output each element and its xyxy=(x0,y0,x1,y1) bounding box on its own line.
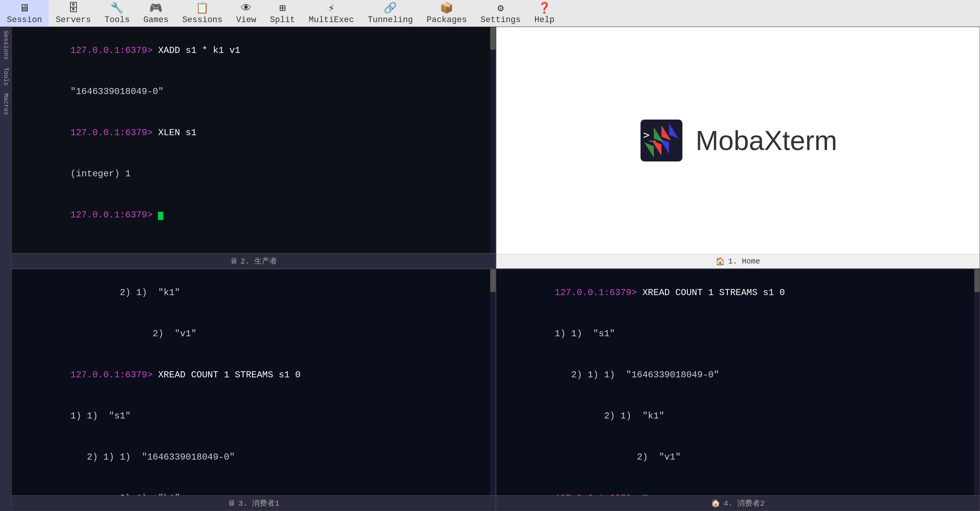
session-icon: 🖥 xyxy=(19,2,30,14)
menu-item-help[interactable]: ❓ Help xyxy=(527,0,561,26)
menu-bar: 🖥 Session 🗄 Servers 🔧 Tools 🎮 Games 📋 Se… xyxy=(0,0,980,27)
menu-label-tools: Tools xyxy=(105,15,130,25)
menu-item-multiexec[interactable]: ⚡ MultiExec xyxy=(302,0,361,26)
terminal-body-consumer2[interactable]: 127.0.0.1:6379> XREAD COUNT 1 STREAMS s1… xyxy=(496,269,980,495)
menu-label-games: Games xyxy=(143,15,169,25)
mobaxterm-logo-icon: >_ xyxy=(639,118,684,163)
panel1-footer-icon: 🖥 xyxy=(230,257,237,266)
multiexec-icon: ⚡ xyxy=(328,2,335,14)
menu-label-view: View xyxy=(236,15,257,25)
c2-line-5: 2) "v1" xyxy=(500,437,976,478)
panel4-footer-label: 4. 消费者2 xyxy=(723,498,765,508)
c2-line-1: 127.0.0.1:6379> XREAD COUNT 1 STREAMS s1… xyxy=(500,272,976,313)
panel4-footer-icon: 🏠 xyxy=(711,498,720,508)
scrollbar-thumb-1[interactable] xyxy=(490,27,496,50)
sidebar-label-macros[interactable]: Macros xyxy=(2,93,9,115)
menu-item-sessions[interactable]: 📋 Sessions xyxy=(175,0,229,26)
c1-line-2: 2) "v1" xyxy=(16,313,492,355)
menu-item-games[interactable]: 🎮 Games xyxy=(137,0,175,26)
panel2-footer[interactable]: 🏠 1. Home xyxy=(496,254,980,268)
c1-line-4: 1) 1) "s1" xyxy=(16,396,492,437)
scrollbar-thumb-4[interactable] xyxy=(974,269,980,292)
panel-home: >_ MobaXterm 🏠 1. Home xyxy=(496,27,980,269)
mobaxterm-body: >_ MobaXterm xyxy=(496,27,980,254)
panel2-footer-icon: 🏠 xyxy=(715,257,725,266)
c2-line-3: 2) 1) 1) "1646339018049-0" xyxy=(500,355,976,396)
panel-consumer1: 2) 1) "k1" 2) "v1" 127.0.0.1:6379> XREAD… xyxy=(11,269,496,511)
menu-item-settings[interactable]: ⚙ Settings xyxy=(474,0,528,26)
c1-line-1: 2) 1) "k1" xyxy=(16,272,492,313)
main-content: Sessions Tools Macros 127.0.0.1:6379> XA… xyxy=(0,27,980,511)
panel-producer: 127.0.0.1:6379> XADD s1 * k1 v1 "1646339… xyxy=(11,27,496,269)
menu-label-settings: Settings xyxy=(481,15,521,25)
c1-line-6: 2) 1) "k1" xyxy=(16,478,492,495)
split-icon: ⊞ xyxy=(279,2,286,14)
scrollbar-track-4[interactable] xyxy=(974,269,980,495)
terminal-body-consumer1[interactable]: 2) 1) "k1" 2) "v1" 127.0.0.1:6379> XREAD… xyxy=(12,269,496,495)
help-icon: ❓ xyxy=(538,2,551,14)
sidebar-label-sessions[interactable]: Sessions xyxy=(2,30,9,60)
terminal-line-1: 127.0.0.1:6379> XADD s1 * k1 v1 xyxy=(16,30,492,71)
menu-item-tunneling[interactable]: 🔗 Tunneling xyxy=(361,0,420,26)
tools-icon: 🔧 xyxy=(110,2,124,14)
mobaxterm-title: MobaXterm xyxy=(696,125,837,156)
terminal-cursor-1 xyxy=(158,212,163,220)
terminal-line-3: 127.0.0.1:6379> XLEN s1 xyxy=(16,112,492,153)
menu-label-servers: Servers xyxy=(56,15,91,25)
menu-label-multiexec: MultiExec xyxy=(309,15,354,25)
scrollbar-track-1[interactable] xyxy=(490,27,496,253)
c2-line-2: 1) 1) "s1" xyxy=(500,313,976,355)
panel2-footer-label: 1. Home xyxy=(728,257,760,266)
left-sidebar: Sessions Tools Macros xyxy=(0,27,11,511)
c2-line-4: 2) 1) "k1" xyxy=(500,396,976,437)
panel1-footer[interactable]: 🖥 2. 生产者 xyxy=(12,253,496,268)
terminal-body-producer[interactable]: 127.0.0.1:6379> XADD s1 * k1 v1 "1646339… xyxy=(12,27,496,253)
c1-line-5: 2) 1) 1) "1646339018049-0" xyxy=(16,437,492,478)
settings-icon: ⚙ xyxy=(497,2,504,14)
view-icon: 👁 xyxy=(241,2,252,14)
games-icon: 🎮 xyxy=(149,2,163,14)
menu-label-split: Split xyxy=(270,15,295,25)
menu-label-help: Help xyxy=(534,15,555,25)
scrollbar-thumb-3[interactable] xyxy=(490,269,496,292)
panel1-footer-label: 2. 生产者 xyxy=(241,256,277,266)
menu-label-session: Session xyxy=(7,15,42,25)
panel3-footer-label: 3. 消费者1 xyxy=(238,498,279,508)
packages-icon: 📦 xyxy=(440,2,453,14)
mobaxterm-logo-area: >_ MobaXterm xyxy=(639,118,837,163)
c1-line-3: 127.0.0.1:6379> XREAD COUNT 1 STREAMS s1… xyxy=(16,355,492,396)
menu-item-session[interactable]: 🖥 Session xyxy=(0,0,49,26)
menu-label-tunneling: Tunneling xyxy=(368,15,413,25)
scrollbar-track-3[interactable] xyxy=(490,269,496,495)
c2-line-6: 127.0.0.1:6379> xyxy=(500,478,976,495)
terminal-line-5: 127.0.0.1:6379> xyxy=(16,195,492,236)
menu-item-servers[interactable]: 🗄 Servers xyxy=(49,0,97,26)
menu-label-sessions: Sessions xyxy=(182,15,223,25)
tunneling-icon: 🔗 xyxy=(384,2,397,14)
sidebar-label-tools[interactable]: Tools xyxy=(2,67,9,86)
menu-label-packages: Packages xyxy=(427,15,467,25)
servers-icon: 🗄 xyxy=(68,2,79,14)
terminal-line-4: (integer) 1 xyxy=(16,153,492,195)
panel3-footer[interactable]: 🖥 3. 消费者1 xyxy=(12,495,496,511)
menu-item-tools[interactable]: 🔧 Tools xyxy=(98,0,137,26)
menu-item-split[interactable]: ⊞ Split xyxy=(263,0,302,26)
sessions-icon: 📋 xyxy=(196,2,209,14)
terminal-cursor-4 xyxy=(642,495,648,495)
menu-item-packages[interactable]: 📦 Packages xyxy=(420,0,474,26)
panel3-footer-icon: 🖥 xyxy=(228,499,235,508)
panel4-footer[interactable]: 🏠 4. 消费者2 xyxy=(496,495,980,511)
panel-consumer2: 127.0.0.1:6379> XREAD COUNT 1 STREAMS s1… xyxy=(496,269,980,511)
terminal-line-2: "1646339018049-0" xyxy=(16,71,492,112)
menu-item-view[interactable]: 👁 View xyxy=(229,0,263,26)
panels-container: 127.0.0.1:6379> XADD s1 * k1 v1 "1646339… xyxy=(11,27,980,511)
